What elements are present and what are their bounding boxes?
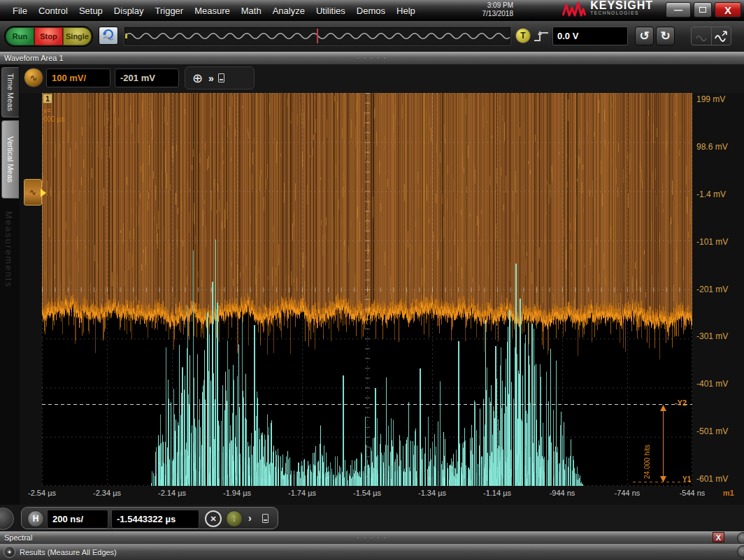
vertical-scale-field[interactable]: 100 mV/ bbox=[46, 69, 110, 87]
menu-item-analyze[interactable]: Analyze bbox=[267, 3, 310, 18]
x-tick-label: -1.54 µs bbox=[353, 489, 381, 497]
preview-waveform-icon bbox=[125, 28, 510, 44]
y-tick-label: 98.6 mV bbox=[696, 143, 743, 152]
keysight-spark-icon bbox=[562, 1, 586, 17]
menu-item-control[interactable]: Control bbox=[33, 3, 73, 18]
channel-control-bar: ∿ 100 mV/ -201 mV ⊕ » bbox=[20, 64, 744, 93]
window-controls: — X bbox=[666, 2, 741, 17]
clock: 3:09 PM 7/13/2018 bbox=[482, 1, 514, 18]
undo-button[interactable]: ↺ bbox=[635, 27, 654, 45]
clear-display-button[interactable] bbox=[99, 27, 118, 45]
position-reset-button[interactable]: ✕ bbox=[205, 510, 222, 527]
minimize-button[interactable]: — bbox=[666, 2, 691, 17]
position-reset-icon: ✕ bbox=[210, 515, 216, 524]
undock-icon[interactable] bbox=[218, 73, 224, 82]
horizontal-badge[interactable]: H bbox=[27, 510, 44, 527]
waveform-plot[interactable]: 1 x= 000 µs -Y2 Y1 24.000 hits bbox=[42, 93, 692, 486]
spectral-close-button[interactable]: X bbox=[713, 532, 724, 543]
measurement-tabstrip: Time Meas Vertical Meas Measurements bbox=[0, 64, 20, 505]
tab-vertical-meas[interactable]: Vertical Meas bbox=[1, 120, 19, 199]
x-tick-label: -544 ns bbox=[680, 489, 706, 497]
x-tick-label: -2.14 µs bbox=[158, 489, 186, 497]
marker-tool-button[interactable] bbox=[692, 27, 711, 45]
menu-item-file[interactable]: File bbox=[7, 3, 33, 18]
menu-item-trigger[interactable]: Trigger bbox=[149, 3, 189, 18]
expand-horizontal-icon[interactable]: › bbox=[248, 512, 252, 524]
ground-marker-icon: ∿ bbox=[29, 187, 36, 197]
acquisition-preview-strip[interactable] bbox=[124, 27, 510, 45]
titlebar-grip[interactable]: · · · · · bbox=[357, 55, 387, 62]
trigger-edge-icon[interactable] bbox=[533, 29, 551, 47]
tab-time-meas[interactable]: Time Meas bbox=[1, 67, 19, 117]
vertical-offset-field[interactable]: -201 mV bbox=[115, 69, 179, 87]
acquisition-toolbar: Run Stop Single T 0.0 V bbox=[0, 21, 744, 52]
x-tick-label: -944 ns bbox=[550, 489, 575, 497]
menu-item-demos[interactable]: Demos bbox=[351, 3, 391, 18]
spectral-title: Spectral bbox=[4, 533, 32, 542]
menu-item-math[interactable]: Math bbox=[236, 3, 267, 18]
zoom-slider-icon: ⁞ bbox=[234, 515, 236, 523]
results-edge-knob[interactable] bbox=[737, 545, 744, 558]
menu-item-utilities[interactable]: Utilities bbox=[310, 3, 351, 18]
y-tick-label: -1.4 mV bbox=[696, 190, 743, 199]
x-tick-label: -1.94 µs bbox=[223, 489, 251, 497]
x-tick-label: -744 ns bbox=[615, 489, 641, 497]
autoscale-icon bbox=[714, 30, 728, 43]
channel-badge-icon: ∿ bbox=[30, 73, 38, 83]
redo-button[interactable]: ↻ bbox=[656, 27, 675, 45]
brand-name: KEYSIGHT bbox=[590, 1, 653, 9]
undock-horizontal-icon[interactable] bbox=[262, 514, 269, 523]
restore-icon bbox=[699, 7, 706, 13]
y-tick-label: -401 mV bbox=[696, 380, 743, 389]
menu-items: FileControlSetupDisplayTriggerMeasureMat… bbox=[0, 3, 421, 18]
y-tick-label: -101 mV bbox=[696, 238, 743, 247]
autoscale-button[interactable] bbox=[711, 27, 731, 45]
undo-icon: ↺ bbox=[639, 29, 649, 43]
spectral-titlebar: Spectral · · · · · X bbox=[0, 531, 744, 544]
results-title: Results (Measure All Edges) bbox=[20, 548, 117, 557]
clock-date: 7/13/2018 bbox=[482, 10, 514, 18]
results-icon[interactable]: ✦ bbox=[3, 546, 15, 558]
menu-item-setup[interactable]: Setup bbox=[73, 3, 108, 18]
y2-cursor-label[interactable]: -Y2 bbox=[675, 399, 687, 407]
trigger-source-badge[interactable]: T bbox=[515, 28, 531, 43]
results-bar[interactable]: ✦ Results (Measure All Edges) bbox=[0, 544, 744, 560]
y-tick-label: -301 mV bbox=[696, 332, 743, 341]
marker-tool-icon bbox=[695, 31, 708, 42]
horizontal-control-group: H 200 ns/ -1.5443322 µs ✕ ⁞ › bbox=[21, 507, 278, 529]
marker-1-flag[interactable]: 1 bbox=[43, 94, 52, 103]
x-tick-label: -1.74 µs bbox=[288, 489, 316, 497]
spectral-grip[interactable]: · · · · · bbox=[357, 534, 387, 541]
x-tick-label: -2.54 µs bbox=[28, 489, 56, 497]
timebase-scale-field[interactable]: 200 ns/ bbox=[47, 510, 108, 529]
add-waveform-icon[interactable]: ⊕ bbox=[192, 72, 203, 85]
y1-cursor-label[interactable]: Y1 bbox=[682, 475, 691, 483]
x-axis-labels: -2.54 µs-2.34 µs-2.14 µs-1.94 µs-1.74 µs… bbox=[42, 489, 692, 500]
hits-measurement-label: 24.000 hits bbox=[643, 409, 651, 479]
x-tick-label: -1.14 µs bbox=[483, 489, 511, 497]
expand-controls-icon[interactable]: » bbox=[208, 73, 213, 84]
run-button[interactable]: Run bbox=[6, 27, 34, 45]
undo-redo-group: ↺ ↻ bbox=[635, 27, 675, 45]
menu-item-measure[interactable]: Measure bbox=[189, 3, 236, 18]
measurements-watermark: Measurements bbox=[3, 211, 14, 288]
waveform-area-title: Waveform Area 1 bbox=[4, 54, 64, 62]
channel-m1-badge[interactable]: ∿ bbox=[24, 68, 43, 87]
single-button[interactable]: Single bbox=[63, 27, 92, 45]
timebase-position-field[interactable]: -1.5443322 µs bbox=[111, 510, 199, 529]
zoom-slider-button[interactable]: ⁞ bbox=[226, 510, 243, 527]
menu-item-display[interactable]: Display bbox=[108, 3, 150, 18]
y-tick-label: -601 mV bbox=[696, 475, 743, 484]
clear-display-icon bbox=[101, 29, 115, 42]
spectral-edge-knob[interactable] bbox=[737, 532, 744, 545]
channel-ground-marker[interactable]: ∿ bbox=[24, 179, 42, 206]
horizontal-knob[interactable] bbox=[0, 508, 14, 530]
waveform-canvas[interactable] bbox=[42, 93, 692, 486]
stop-button[interactable]: Stop bbox=[34, 27, 63, 45]
x-axis-source-label: m1 bbox=[723, 489, 734, 497]
trigger-level-field[interactable]: 0.0 V bbox=[552, 27, 628, 45]
horizontal-control-row: H 200 ns/ -1.5443322 µs ✕ ⁞ › bbox=[0, 505, 744, 531]
restore-button[interactable] bbox=[694, 2, 712, 17]
menu-item-help[interactable]: Help bbox=[391, 3, 421, 18]
close-button[interactable]: X bbox=[715, 2, 741, 17]
